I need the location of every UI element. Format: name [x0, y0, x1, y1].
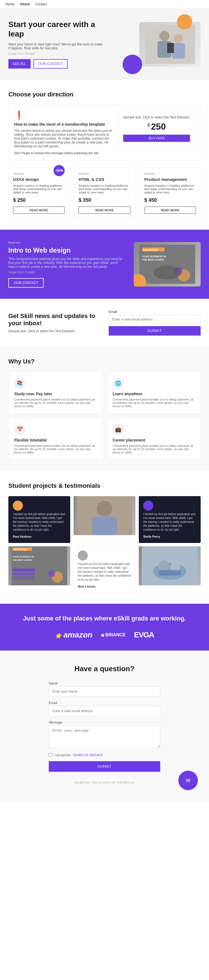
why-title-1: Learn anywhere	[113, 391, 195, 396]
svg-text:THE BEST HANDS: THE BEST HANDS	[142, 258, 164, 261]
why-desc-0: Convenient payment plans enable you to d…	[14, 398, 96, 408]
hero-description: Want your future to start right now? We'…	[8, 42, 103, 50]
nav-about[interactable]: About	[20, 2, 30, 6]
why-icon-3: 💼	[113, 424, 124, 435]
testimonials-title: Student projects & testimonials	[8, 482, 201, 490]
svg-point-16	[97, 501, 112, 517]
contact-sample-text: Sample text. Click to select the Text El…	[8, 777, 201, 788]
binance-icon: ◈	[101, 632, 104, 638]
choose-section-title: Choose your direction	[8, 91, 201, 98]
test-avatar-0	[13, 501, 23, 511]
amazon-logo: 🌟 amazon	[55, 630, 93, 640]
why-section: Why Us? 📚 Study now. Pay later Convenien…	[0, 347, 209, 471]
terms-checkbox[interactable]	[49, 753, 53, 757]
contact-submit-button[interactable]: SUBMIT	[49, 761, 160, 772]
message-textarea[interactable]	[49, 725, 160, 748]
course-cards: -50% #Course UX/UI design Acquire master…	[8, 167, 201, 218]
currency-symbol: $	[147, 123, 150, 128]
test-name-0: Paul Hudson	[13, 535, 32, 538]
name-input[interactable]	[49, 687, 160, 697]
svg-rect-17	[92, 517, 117, 535]
svg-rect-4	[172, 43, 185, 59]
our-contact-button[interactable]: OUR CONTACT	[34, 59, 68, 68]
svg-point-14	[153, 266, 181, 280]
evga-label: EVGA	[134, 630, 154, 639]
price-display: $ 250	[123, 121, 190, 132]
why-card-3: 💼 Career placement Convenient payment pl…	[107, 418, 201, 460]
nav-home[interactable]: Home	[6, 2, 14, 6]
newsletter-section: Get Skill news and updates to your inbox…	[0, 299, 209, 347]
hero-buttons: SEE ALL OUR CONTACT	[8, 59, 103, 68]
test-avatar-4	[78, 550, 88, 560]
test-img-3: DigitalBRAND YOUR BUSINESS IN THE BEST H…	[8, 546, 70, 585]
evga-logo: EVGA	[134, 630, 154, 640]
terms-link[interactable]: TERMS OF SERVICE	[73, 753, 103, 757]
price-value: 250	[151, 121, 166, 132]
newsletter-title: Get Skill news and updates to your inbox…	[8, 312, 101, 327]
intro-description: This comprehensive webinar gives you the…	[8, 257, 125, 269]
membership-note: Don't forget to remove this message befo…	[14, 151, 99, 155]
email-input[interactable]	[108, 315, 201, 324]
choose-section: Choose your direction ❗ How to make the …	[0, 80, 209, 230]
svg-rect-5	[167, 43, 174, 53]
message-label: Message	[49, 721, 160, 724]
course-price-1: $ 350	[78, 197, 130, 203]
intro-contact-button[interactable]: OUR CONTACT	[8, 278, 44, 288]
partners-section: Just some of the places where eSkill gra…	[0, 604, 209, 651]
test-img-1	[73, 496, 136, 535]
test-card-2: I landed my first job before graduation …	[139, 496, 201, 543]
read-more-btn-1[interactable]: READ MORE	[78, 207, 130, 214]
contact-email-input[interactable]	[49, 706, 160, 716]
test-text-4: I landed my first job before graduation …	[78, 562, 131, 582]
intro-title: Intro to Web design	[8, 247, 125, 254]
why-grid: 📚 Study now. Pay later Convenient paymen…	[8, 372, 201, 460]
svg-text:YOUR BUSINESS IN: YOUR BUSINESS IN	[142, 255, 166, 258]
why-card-2: 📅 Flexible timetable Convenient payment …	[8, 418, 102, 460]
nav-contact[interactable]: Contact	[35, 2, 47, 6]
newsletter-text: Get Skill news and updates to your inbox…	[8, 312, 101, 333]
test-img-5	[139, 546, 201, 585]
svg-rect-25	[13, 576, 35, 579]
name-label: Name	[49, 681, 160, 686]
see-all-button[interactable]: SEE ALL	[8, 59, 31, 68]
membership-box: ❗ How to make the most of a membership t…	[8, 105, 201, 161]
membership-description: The section below is where you should sh…	[14, 129, 113, 148]
course-title-2: Product management	[144, 177, 196, 182]
hero-section: Start your career with a leap Want your …	[0, 9, 209, 80]
hero-orange-circle	[177, 14, 192, 30]
read-more-btn-0[interactable]: READ MORE	[13, 207, 65, 214]
read-more-btn-2[interactable]: READ MORE	[144, 207, 196, 214]
svg-point-1	[160, 31, 169, 41]
course-card-0: -50% #Course UX/UI design Acquire master…	[8, 167, 69, 218]
partners-title: Just some of the places where eSkill gra…	[8, 615, 201, 622]
why-desc-2: Convenient payment plans enable you to d…	[14, 444, 96, 454]
course-tag-1: #Course	[78, 172, 130, 175]
course-title-0: UX/UI design	[13, 177, 65, 182]
hero-text: Start your career with a leap Want your …	[8, 20, 103, 68]
contact-email-label: Email	[49, 701, 160, 705]
newsletter-submit-button[interactable]: SUBMIT	[108, 326, 201, 336]
test-text-0: I landed my first job before graduation …	[13, 512, 66, 532]
hero-image-placeholder	[139, 22, 201, 67]
svg-text:THE BEST HANDS: THE BEST HANDS	[13, 559, 32, 562]
test-card-0: I landed my first job before graduation …	[8, 496, 70, 543]
terms-row: I accept the TERMS OF SERVICE	[49, 753, 160, 757]
svg-rect-24	[13, 573, 35, 575]
course-desc-0: Acquire mastery in leading platforms and…	[13, 184, 65, 194]
terms-prefix: I accept the	[54, 753, 70, 757]
why-section-title: Why Us?	[8, 358, 201, 365]
course-price-0: $ 250	[13, 197, 65, 203]
testimonials-section: Student projects & testimonials I landed…	[0, 471, 209, 604]
contact-circle-icon: ✉	[186, 777, 191, 784]
why-desc-1: Convenient payment plans enable you to d…	[113, 398, 195, 408]
email-label: Email	[108, 310, 201, 314]
name-field: Name	[49, 681, 160, 697]
why-title-2: Flexible timetable	[14, 438, 96, 442]
buy-now-button[interactable]: BUY NOW	[123, 135, 190, 142]
why-card-0: 📚 Study now. Pay later Convenient paymen…	[8, 372, 102, 414]
test-text-2: I landed my first job before graduation …	[143, 512, 196, 532]
price-sample-text: Sample text. Click to select the Text El…	[123, 115, 190, 119]
membership-warning: ❗ How to make the most of a membership t…	[14, 111, 113, 155]
course-tag-2: #Course	[144, 172, 196, 175]
why-icon-2: 📅	[14, 424, 26, 435]
